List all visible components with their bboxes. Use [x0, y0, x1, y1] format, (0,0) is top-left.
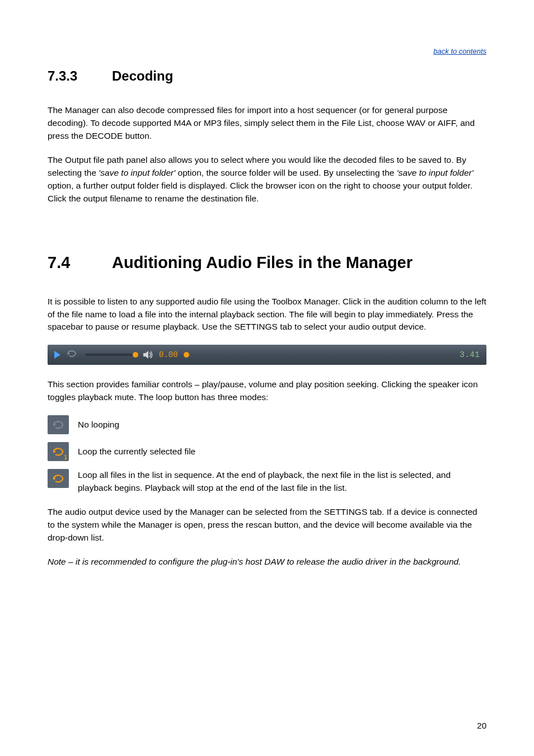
- loop-mode-button[interactable]: [66, 350, 77, 360]
- total-duration: 3.41: [452, 350, 480, 360]
- back-to-contents-link[interactable]: back to contents: [433, 47, 486, 55]
- loop-mode-one: 1 Loop the currently selected file: [48, 442, 486, 461]
- loop-one-indicator: 1: [64, 454, 67, 461]
- loop-one-label: Loop the currently selected file: [78, 445, 195, 458]
- playhead-thumb[interactable]: [184, 352, 189, 358]
- section-heading-7-4: 7.4Auditioning Audio Files in the Manage…: [48, 253, 486, 272]
- mute-toggle[interactable]: [143, 351, 153, 359]
- section-number: 7.4: [48, 253, 112, 272]
- section-title: Decoding: [112, 68, 173, 83]
- volume-slider[interactable]: [85, 354, 135, 356]
- loop-all-icon: [48, 469, 69, 488]
- current-time: 0.00: [159, 350, 178, 359]
- volume-thumb[interactable]: [133, 352, 138, 358]
- body-paragraph: This section provides familiar controls …: [48, 378, 486, 404]
- body-paragraph: The audio output device used by the Mana…: [48, 506, 486, 544]
- section-heading-7-3-3: 7.3.3Decoding: [48, 68, 486, 84]
- section-title: Auditioning Audio Files in the Manager: [112, 253, 413, 271]
- section-number: 7.3.3: [48, 68, 112, 84]
- page-number: 20: [477, 721, 486, 730]
- loop-none-icon: [48, 415, 69, 434]
- svg-marker-1: [143, 351, 148, 359]
- play-button-icon[interactable]: [54, 351, 60, 359]
- loop-all-label: Loop all files in the list in sequence. …: [48, 469, 486, 495]
- loop-one-icon: 1: [48, 442, 69, 461]
- note-paragraph: Note – it is recommended to configure th…: [48, 556, 486, 569]
- loop-none-label: No looping: [78, 419, 119, 431]
- body-paragraph: The Manager can also decode compressed f…: [48, 104, 486, 143]
- body-paragraph: It is possible to listen to any supporte…: [48, 295, 486, 334]
- loop-mode-all: Loop all files in the list in sequence. …: [48, 469, 486, 495]
- body-paragraph: The Output file path panel also allows y…: [48, 154, 486, 205]
- loop-mode-none: No looping: [48, 415, 486, 434]
- svg-marker-0: [68, 352, 70, 355]
- audio-player: 0.00 3.41: [48, 345, 486, 365]
